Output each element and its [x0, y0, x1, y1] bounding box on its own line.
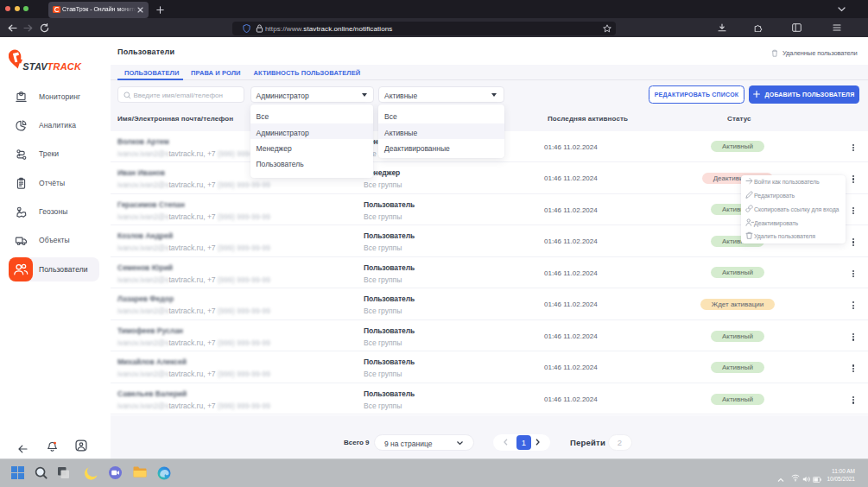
svg-text:TRACK: TRACK [48, 61, 82, 72]
svg-text:STAV: STAV [22, 61, 48, 72]
